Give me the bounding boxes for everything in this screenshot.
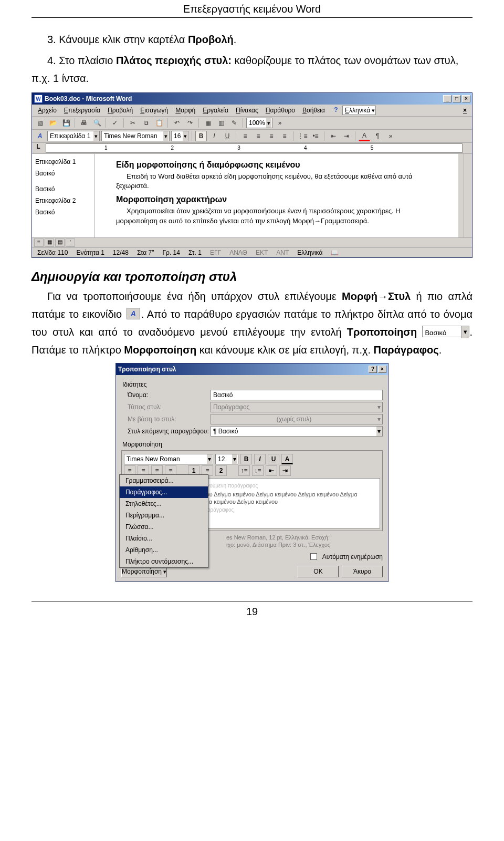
underline-icon[interactable]: U xyxy=(268,454,279,464)
normal-view-icon[interactable]: ≡ xyxy=(34,238,44,247)
print-view-icon[interactable]: ▤ xyxy=(55,238,65,247)
text: 4. Στο πλαίσιο xyxy=(47,55,116,66)
menu-frame[interactable]: Πλαίσιο... xyxy=(120,533,208,544)
bullets-icon[interactable]: •≡ xyxy=(310,131,321,141)
based-on-combo: (χωρίς στυλ) xyxy=(211,414,383,424)
decrease-indent-icon[interactable]: ⇤ xyxy=(266,465,277,476)
menu-language[interactable]: Γλώσσα... xyxy=(120,521,208,533)
preview-icon[interactable]: 🔍 xyxy=(91,118,103,128)
horizontal-ruler[interactable]: 1 2 3 4 5 xyxy=(46,143,463,153)
font-color-icon[interactable]: A xyxy=(281,454,293,464)
menu-window[interactable]: Παράθυρο xyxy=(262,106,299,115)
bold-icon[interactable]: B xyxy=(240,454,252,464)
increase-indent-icon[interactable]: ⇥ xyxy=(341,131,352,141)
help-icon[interactable]: ? xyxy=(332,106,340,114)
insert-table-icon[interactable]: ▦ xyxy=(202,118,214,128)
numbering-icon[interactable]: ⋮≡ xyxy=(297,131,308,141)
group-label: Ιδιότητες xyxy=(122,381,383,388)
style-description: ιχο: μονό, Διάστημα Πριν: 3 στ., Έλεγχος xyxy=(226,542,383,548)
style-combo[interactable]: Επικεφαλίδα 1 xyxy=(47,131,100,141)
size-combo[interactable]: 12 xyxy=(215,454,238,464)
new-doc-icon[interactable]: ▧ xyxy=(34,118,46,128)
underline-icon[interactable]: U xyxy=(222,131,233,141)
vertical-scrollbar[interactable] xyxy=(464,154,472,237)
close-button[interactable]: × xyxy=(378,366,386,373)
menu-table[interactable]: Πίνακας xyxy=(232,106,262,115)
align-right-icon[interactable]: ≡ xyxy=(266,131,277,141)
text: . xyxy=(439,344,442,356)
next-style-combo[interactable]: ¶ Βασικό xyxy=(211,426,383,437)
align-center-icon[interactable]: ≡ xyxy=(253,131,264,141)
menu-view[interactable]: Προβολή xyxy=(104,106,136,115)
titlebar[interactable]: W Book03.doc - Microsoft Word _ □ × xyxy=(32,93,472,105)
open-icon[interactable]: 📂 xyxy=(47,118,59,128)
copy-icon[interactable]: ⧉ xyxy=(140,118,152,128)
language-selector[interactable]: Ελληνικά xyxy=(342,106,376,115)
help-button[interactable]: ? xyxy=(369,366,377,373)
align-left-icon[interactable]: ≡ xyxy=(239,131,251,141)
paste-icon[interactable]: 📋 xyxy=(153,118,165,128)
menu-insert[interactable]: Εισαγωγή xyxy=(136,106,172,115)
menu-help[interactable]: Βοήθεια xyxy=(299,106,329,115)
show-marks-icon[interactable]: ¶ xyxy=(372,131,383,141)
standard-toolbar: ▧ 📂 💾 🖶 🔍 ✓ ✂ ⧉ 📋 ↶ ↷ ▦ ▥ ✎ 100% » xyxy=(32,117,472,130)
decrease-indent-icon[interactable]: ⇤ xyxy=(328,131,339,141)
spellcheck-icon[interactable]: ✓ xyxy=(109,118,121,128)
menu-border[interactable]: Περίγραμμα... xyxy=(120,510,208,521)
format-dropdown-menu[interactable]: Γραμματοσειρά... Παράγραφος... Στηλοθέτε… xyxy=(119,474,208,568)
maximize-button[interactable]: □ xyxy=(453,95,461,102)
font-color-icon[interactable]: A xyxy=(359,131,370,141)
minimize-button[interactable]: _ xyxy=(443,95,452,102)
menu-tools[interactable]: Εργαλεία xyxy=(199,106,232,115)
menu-numbering[interactable]: Αρίθμηση... xyxy=(120,544,208,556)
header-rule xyxy=(32,17,472,18)
statusbar: Σελίδα 110 Ενότητα 1 12/48 Στα 7" Γρ. 14… xyxy=(32,247,472,257)
close-button[interactable]: × xyxy=(462,95,470,102)
font-combo[interactable]: Times New Roman xyxy=(124,454,213,464)
align-justify-icon[interactable]: ≡ xyxy=(279,131,290,141)
menubar[interactable]: Αρχείο Επεξεργασία Προβολή Εισαγωγή Μορφ… xyxy=(32,105,472,117)
based-on-label: Με βάση το στυλ: xyxy=(121,416,211,423)
size-combo[interactable]: 16 xyxy=(171,131,189,141)
dialog-titlebar[interactable]: Τροποποίηση στυλ ? × xyxy=(116,364,388,375)
toolbar-more-icon[interactable]: » xyxy=(385,131,396,141)
text-bold: Μορφή→Στυλ xyxy=(342,290,411,302)
menu-shortcut[interactable]: Πλήκτρο συντόμευσης... xyxy=(120,556,208,567)
space-after-icon[interactable]: ↓≡ xyxy=(252,465,264,476)
menu-file[interactable]: Αρχείο xyxy=(34,106,60,115)
menu-edit[interactable]: Επεξεργασία xyxy=(60,106,104,115)
doc-close-button[interactable]: × xyxy=(460,106,470,115)
italic-icon[interactable]: I xyxy=(208,131,220,141)
redo-icon[interactable]: ↷ xyxy=(184,118,196,128)
outline-view-icon[interactable]: ⋮ xyxy=(66,238,75,247)
italic-icon[interactable]: I xyxy=(254,454,266,464)
auto-update-checkbox[interactable] xyxy=(310,553,317,560)
undo-icon[interactable]: ↶ xyxy=(171,118,183,128)
menu-font[interactable]: Γραμματοσειρά... xyxy=(120,475,208,486)
name-input[interactable]: Βασικό xyxy=(211,390,383,400)
font-combo[interactable]: Times New Roman xyxy=(101,131,170,141)
ruler-corner[interactable]: L xyxy=(32,143,45,153)
menu-tabs[interactable]: Στηλοθέτες... xyxy=(120,498,208,510)
drawing-icon[interactable]: ✎ xyxy=(228,118,240,128)
text-bold: Τροποποίηση xyxy=(347,326,417,338)
cancel-button[interactable]: Άκυρο xyxy=(342,566,383,577)
cut-icon[interactable]: ✂ xyxy=(127,118,139,128)
toolbar-more-icon[interactable]: » xyxy=(274,118,286,128)
menu-paragraph[interactable]: Παράγραφος... xyxy=(120,486,208,498)
save-icon[interactable]: 💾 xyxy=(60,118,72,128)
word-doc-icon: W xyxy=(34,95,43,103)
style-icon[interactable]: A xyxy=(34,131,46,141)
space-before-icon[interactable]: ↑≡ xyxy=(238,465,250,476)
zoom-combo[interactable]: 100% xyxy=(246,118,272,128)
print-icon[interactable]: 🖶 xyxy=(78,118,90,128)
increase-indent-icon[interactable]: ⇥ xyxy=(279,465,291,476)
menu-format[interactable]: Μορφή xyxy=(172,106,199,115)
columns-icon[interactable]: ▥ xyxy=(215,118,227,128)
web-view-icon[interactable]: ▦ xyxy=(45,238,54,247)
ok-button[interactable]: OK xyxy=(298,566,339,577)
status-book-icon[interactable]: 📖 xyxy=(329,249,341,256)
bold-icon[interactable]: B xyxy=(195,131,207,141)
line-spacing-2-icon[interactable]: 2 xyxy=(215,465,227,476)
document-body[interactable]: Είδη μορφοποίησης ή διαμόρφωσης κειμένου… xyxy=(95,154,464,237)
